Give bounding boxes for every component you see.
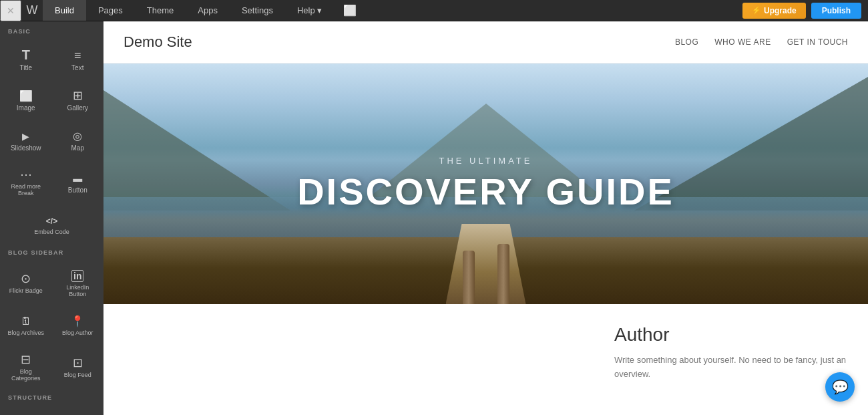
tab-pages[interactable]: Pages bbox=[86, 0, 135, 21]
tab-build[interactable]: Build bbox=[43, 0, 86, 21]
sidebar-label-map: Map bbox=[71, 144, 84, 152]
sidebar-label-button: Button bbox=[68, 186, 87, 194]
sidebar-item-text[interactable]: Text bbox=[52, 38, 104, 78]
nav-item-who[interactable]: WHO WE ARE bbox=[714, 37, 771, 47]
publish-button[interactable]: Publish bbox=[811, 3, 861, 19]
nav-right: ⚡ Upgrade Publish bbox=[742, 3, 868, 19]
lightning-icon: ⚡ bbox=[752, 6, 761, 15]
site-nav: BLOG WHO WE ARE GET IN TOUCH bbox=[675, 37, 848, 47]
tab-settings[interactable]: Settings bbox=[230, 0, 285, 21]
sidebar-label-slideshow: Slideshow bbox=[11, 144, 41, 152]
tab-help[interactable]: Help ▾ bbox=[285, 0, 334, 21]
slideshow-icon bbox=[22, 128, 29, 142]
tab-theme[interactable]: Theme bbox=[135, 0, 186, 21]
sidebar-item-archives[interactable]: Blog Archives bbox=[0, 303, 52, 343]
readmore-icon bbox=[20, 167, 32, 180]
sidebar-label-author: Blog Author bbox=[62, 329, 93, 336]
button-icon bbox=[73, 170, 82, 184]
dock-post-right bbox=[497, 244, 509, 304]
sidebar-label-text: Text bbox=[71, 64, 83, 72]
sidebar-item-flickr[interactable]: Flickr Badge bbox=[0, 259, 52, 303]
sidebar-label-categories: Blog Categories bbox=[6, 368, 46, 382]
sidebar-item-button[interactable]: Button bbox=[52, 158, 104, 202]
blogfeed-icon bbox=[73, 356, 83, 369]
author-card: Author Write something about yourself. N… bbox=[614, 324, 848, 382]
flickr-icon bbox=[21, 271, 31, 285]
sidebar-item-embed[interactable]: Embed Code bbox=[0, 202, 103, 243]
title-icon bbox=[22, 48, 30, 61]
sidebar-item-map[interactable]: Map bbox=[52, 118, 104, 158]
section-label-basic: BASIC bbox=[0, 21, 103, 38]
device-switcher[interactable]: ⬜ bbox=[334, 4, 366, 17]
sidebar-item-linkedin[interactable]: LinkedIn Button bbox=[52, 259, 104, 303]
sidebar-item-blogfeed[interactable]: Blog Feed bbox=[52, 343, 104, 388]
site-preview: Demo Site Off Text Logo BLOG WHO WE ARE … bbox=[103, 21, 868, 415]
sidebar-label-embed: Embed Code bbox=[34, 229, 69, 235]
nav-tabs: Build Pages Theme Apps Settings Help ▾ bbox=[43, 0, 334, 21]
gallery-icon bbox=[73, 88, 83, 102]
chat-icon: 💬 bbox=[832, 379, 849, 395]
top-nav: ✕ W Build Pages Theme Apps Settings Help… bbox=[0, 0, 868, 21]
hero-text-overlay: THE ULTIMATE DISCOVERY GUIDE bbox=[297, 156, 674, 213]
bottom-section: Author Write something about yourself. N… bbox=[103, 304, 868, 402]
author-description: Write something about yourself. No need … bbox=[614, 354, 848, 382]
embed-icon bbox=[46, 213, 57, 226]
basic-grid: Title Text Image Gallery Slideshow Map bbox=[0, 38, 103, 243]
preview-area: Demo Site Off Text Logo BLOG WHO WE ARE … bbox=[103, 21, 868, 415]
sidebar-item-slideshow[interactable]: Slideshow bbox=[0, 118, 52, 158]
sidebar-label-readmore: Read more Break bbox=[6, 183, 46, 196]
hero-title: DISCOVERY GUIDE bbox=[297, 171, 674, 213]
sidebar-item-spacer[interactable]: Spacer bbox=[52, 404, 104, 415]
section-label-blog-sidebar: BLOG SIDEBAR bbox=[0, 243, 103, 259]
sidebar-label-linkedin: LinkedIn Button bbox=[58, 284, 98, 297]
sidebar-item-readmore[interactable]: Read more Break bbox=[0, 158, 52, 202]
close-button[interactable]: ✕ bbox=[0, 0, 21, 21]
site-header: Demo Site Off Text Logo BLOG WHO WE ARE … bbox=[103, 21, 868, 63]
sidebar-label-flickr: Flickr Badge bbox=[9, 287, 43, 294]
mountain-left bbox=[103, 90, 290, 211]
sidebar-label-title: Title bbox=[19, 64, 32, 72]
sidebar-label-image: Image bbox=[17, 104, 35, 112]
sidebar-item-gallery[interactable]: Gallery bbox=[52, 78, 104, 118]
structure-grid: Divider Spacer bbox=[0, 404, 103, 415]
author-icon bbox=[71, 313, 84, 327]
sidebar-label-gallery: Gallery bbox=[67, 104, 88, 112]
text-icon bbox=[74, 48, 81, 61]
site-title[interactable]: Demo Site bbox=[124, 33, 192, 51]
map-icon bbox=[73, 128, 82, 142]
author-title: Author bbox=[614, 324, 848, 345]
weebly-logo[interactable]: W bbox=[21, 0, 43, 21]
blog-sidebar-grid: Flickr Badge LinkedIn Button Blog Archiv… bbox=[0, 259, 103, 388]
sidebar-item-categories[interactable]: Blog Categories bbox=[0, 343, 52, 388]
hero-section[interactable]: THE ULTIMATE DISCOVERY GUIDE bbox=[103, 63, 868, 304]
linkedin-icon bbox=[71, 268, 83, 281]
sidebar-label-archives: Blog Archives bbox=[7, 329, 44, 336]
sidebar-label-blogfeed: Blog Feed bbox=[64, 372, 91, 378]
sidebar: BASIC Title Text Image Gallery Slideshow bbox=[0, 21, 103, 415]
sidebar-item-title[interactable]: Title bbox=[0, 38, 52, 78]
upgrade-button[interactable]: ⚡ Upgrade bbox=[742, 3, 806, 19]
sidebar-item-divider[interactable]: Divider bbox=[0, 404, 52, 415]
main-layout: BASIC Title Text Image Gallery Slideshow bbox=[0, 21, 868, 415]
hero-subtitle: THE ULTIMATE bbox=[297, 156, 674, 166]
tab-apps[interactable]: Apps bbox=[186, 0, 230, 21]
categories-icon bbox=[21, 352, 31, 366]
nav-item-contact[interactable]: GET IN TOUCH bbox=[787, 37, 848, 47]
dock-post-left bbox=[463, 251, 475, 304]
sidebar-item-image[interactable]: Image bbox=[0, 78, 52, 118]
sidebar-item-author[interactable]: Blog Author bbox=[52, 303, 104, 343]
section-label-structure: STRUCTURE bbox=[0, 388, 103, 404]
chat-bubble[interactable]: 💬 bbox=[825, 372, 855, 402]
nav-item-blog[interactable]: BLOG bbox=[675, 37, 698, 47]
archives-icon bbox=[21, 313, 31, 327]
image-icon bbox=[19, 88, 33, 102]
